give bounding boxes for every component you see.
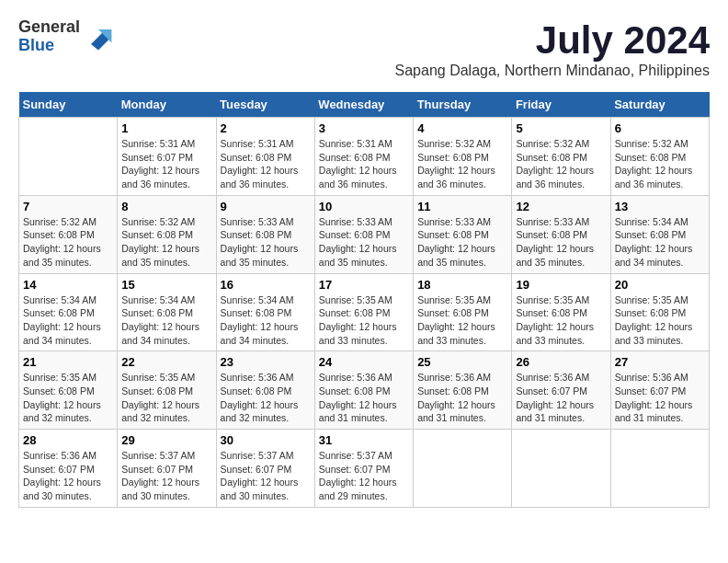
day-number: 12: [516, 200, 606, 213]
day-info: Sunrise: 5:36 AMSunset: 6:07 PMDaylight:…: [516, 371, 606, 425]
day-info: Sunrise: 5:35 AMSunset: 6:08 PMDaylight:…: [516, 293, 606, 348]
day-number: 14: [23, 278, 113, 292]
day-number: 16: [221, 278, 311, 292]
day-number: 11: [417, 200, 507, 213]
calendar-cell: 31Sunrise: 5:37 AMSunset: 6:07 PMDayligh…: [314, 430, 413, 508]
day-info: Sunrise: 5:37 AMSunset: 6:07 PMDaylight:…: [221, 449, 311, 503]
day-number: 5: [516, 121, 606, 135]
day-number: 9: [221, 200, 311, 213]
calendar-cell: 24Sunrise: 5:36 AMSunset: 6:08 PMDayligh…: [314, 351, 413, 430]
day-info: Sunrise: 5:36 AMSunset: 6:07 PMDaylight:…: [615, 371, 705, 425]
calendar-cell: 9Sunrise: 5:33 AMSunset: 6:08 PMDaylight…: [216, 195, 314, 273]
day-number: 26: [516, 355, 606, 369]
day-info: Sunrise: 5:36 AMSunset: 6:07 PMDaylight:…: [23, 449, 113, 503]
day-info: Sunrise: 5:34 AMSunset: 6:08 PMDaylight:…: [23, 293, 113, 348]
day-number: 22: [121, 355, 211, 369]
calendar-cell: [610, 430, 709, 508]
calendar-cell: 16Sunrise: 5:34 AMSunset: 6:08 PMDayligh…: [216, 273, 314, 351]
calendar-cell: 28Sunrise: 5:36 AMSunset: 6:07 PMDayligh…: [19, 430, 118, 508]
day-number: 23: [221, 355, 311, 369]
weekday-header-saturday: Saturday: [610, 92, 709, 118]
calendar-cell: 10Sunrise: 5:33 AMSunset: 6:08 PMDayligh…: [314, 195, 413, 273]
day-info: Sunrise: 5:35 AMSunset: 6:08 PMDaylight:…: [417, 293, 507, 348]
day-info: Sunrise: 5:32 AMSunset: 6:08 PMDaylight:…: [23, 215, 113, 270]
day-number: 24: [319, 355, 409, 369]
calendar-cell: 2Sunrise: 5:31 AMSunset: 6:08 PMDaylight…: [216, 118, 314, 196]
calendar-cell: 8Sunrise: 5:32 AMSunset: 6:08 PMDaylight…: [118, 195, 216, 273]
day-number: 30: [221, 433, 311, 447]
day-number: 10: [319, 200, 409, 213]
day-info: Sunrise: 5:35 AMSunset: 6:08 PMDaylight:…: [319, 293, 409, 348]
day-info: Sunrise: 5:33 AMSunset: 6:08 PMDaylight:…: [417, 215, 507, 270]
calendar-cell: 11Sunrise: 5:33 AMSunset: 6:08 PMDayligh…: [414, 195, 512, 273]
day-number: 13: [615, 200, 705, 213]
day-info: Sunrise: 5:35 AMSunset: 6:08 PMDaylight:…: [615, 293, 705, 348]
weekday-header-sunday: Sunday: [19, 92, 118, 118]
day-number: 31: [319, 433, 409, 447]
weekday-header-thursday: Thursday: [414, 92, 512, 118]
calendar-cell: 22Sunrise: 5:35 AMSunset: 6:08 PMDayligh…: [118, 351, 216, 430]
day-info: Sunrise: 5:34 AMSunset: 6:08 PMDaylight:…: [615, 215, 705, 270]
day-number: 8: [121, 200, 211, 213]
calendar-cell: 15Sunrise: 5:34 AMSunset: 6:08 PMDayligh…: [118, 273, 216, 351]
day-number: 3: [319, 121, 409, 135]
title-block: July 2024 Sapang Dalaga, Northern Mindan…: [395, 18, 710, 88]
calendar-cell: 7Sunrise: 5:32 AMSunset: 6:08 PMDaylight…: [19, 195, 118, 273]
day-number: 15: [121, 278, 211, 292]
calendar-cell: 26Sunrise: 5:36 AMSunset: 6:07 PMDayligh…: [512, 351, 610, 430]
day-info: Sunrise: 5:31 AMSunset: 6:08 PMDaylight:…: [221, 137, 311, 191]
month-title: July 2024: [395, 18, 710, 63]
weekday-header-monday: Monday: [118, 92, 216, 118]
calendar-cell: 13Sunrise: 5:34 AMSunset: 6:08 PMDayligh…: [610, 195, 709, 273]
day-info: Sunrise: 5:32 AMSunset: 6:08 PMDaylight:…: [121, 215, 211, 270]
logo-icon: [84, 22, 113, 52]
calendar-cell: [414, 430, 512, 508]
day-info: Sunrise: 5:36 AMSunset: 6:08 PMDaylight:…: [319, 371, 409, 425]
day-number: 18: [417, 278, 507, 292]
calendar-cell: 29Sunrise: 5:37 AMSunset: 6:07 PMDayligh…: [118, 430, 216, 508]
weekday-header-friday: Friday: [512, 92, 610, 118]
day-info: Sunrise: 5:33 AMSunset: 6:08 PMDaylight:…: [221, 215, 311, 270]
logo-blue: Blue: [18, 36, 54, 54]
day-info: Sunrise: 5:34 AMSunset: 6:08 PMDaylight:…: [121, 293, 211, 348]
day-number: 27: [615, 355, 705, 369]
day-number: 21: [23, 355, 113, 369]
day-number: 7: [23, 200, 113, 213]
day-number: 29: [121, 433, 211, 447]
logo: General Blue: [18, 18, 113, 55]
day-info: Sunrise: 5:32 AMSunset: 6:08 PMDaylight:…: [516, 137, 606, 191]
day-info: Sunrise: 5:32 AMSunset: 6:08 PMDaylight:…: [615, 137, 705, 191]
day-number: 2: [221, 121, 311, 135]
day-info: Sunrise: 5:32 AMSunset: 6:08 PMDaylight:…: [417, 137, 507, 191]
calendar-week-2: 7Sunrise: 5:32 AMSunset: 6:08 PMDaylight…: [19, 195, 710, 273]
calendar-cell: 6Sunrise: 5:32 AMSunset: 6:08 PMDaylight…: [610, 118, 709, 196]
subtitle: Sapang Dalaga, Northern Mindanao, Philip…: [395, 63, 710, 79]
calendar-cell: 12Sunrise: 5:33 AMSunset: 6:08 PMDayligh…: [512, 195, 610, 273]
day-number: 25: [417, 355, 507, 369]
day-info: Sunrise: 5:37 AMSunset: 6:07 PMDaylight:…: [121, 449, 211, 503]
day-info: Sunrise: 5:36 AMSunset: 6:08 PMDaylight:…: [221, 371, 311, 425]
calendar-cell: 20Sunrise: 5:35 AMSunset: 6:08 PMDayligh…: [610, 273, 709, 351]
calendar-cell: 5Sunrise: 5:32 AMSunset: 6:08 PMDaylight…: [512, 118, 610, 196]
day-number: 19: [516, 278, 606, 292]
calendar-week-3: 14Sunrise: 5:34 AMSunset: 6:08 PMDayligh…: [19, 273, 710, 351]
day-number: 4: [417, 121, 507, 135]
day-info: Sunrise: 5:31 AMSunset: 6:07 PMDaylight:…: [121, 137, 211, 191]
day-number: 17: [319, 278, 409, 292]
calendar-cell: [19, 118, 118, 196]
calendar-week-1: 1Sunrise: 5:31 AMSunset: 6:07 PMDaylight…: [19, 118, 710, 196]
weekday-header-tuesday: Tuesday: [216, 92, 314, 118]
day-info: Sunrise: 5:35 AMSunset: 6:08 PMDaylight:…: [121, 371, 211, 425]
day-number: 1: [121, 121, 211, 135]
weekday-header-wednesday: Wednesday: [314, 92, 413, 118]
logo-general: General: [18, 17, 80, 36]
calendar-table: SundayMondayTuesdayWednesdayThursdayFrid…: [18, 92, 710, 508]
calendar-cell: 4Sunrise: 5:32 AMSunset: 6:08 PMDaylight…: [414, 118, 512, 196]
calendar-cell: 25Sunrise: 5:36 AMSunset: 6:08 PMDayligh…: [414, 351, 512, 430]
calendar-cell: 23Sunrise: 5:36 AMSunset: 6:08 PMDayligh…: [216, 351, 314, 430]
calendar-week-5: 28Sunrise: 5:36 AMSunset: 6:07 PMDayligh…: [19, 430, 710, 508]
calendar-cell: 30Sunrise: 5:37 AMSunset: 6:07 PMDayligh…: [216, 430, 314, 508]
day-info: Sunrise: 5:31 AMSunset: 6:08 PMDaylight:…: [319, 137, 409, 191]
calendar-cell: [512, 430, 610, 508]
day-info: Sunrise: 5:33 AMSunset: 6:08 PMDaylight:…: [319, 215, 409, 270]
